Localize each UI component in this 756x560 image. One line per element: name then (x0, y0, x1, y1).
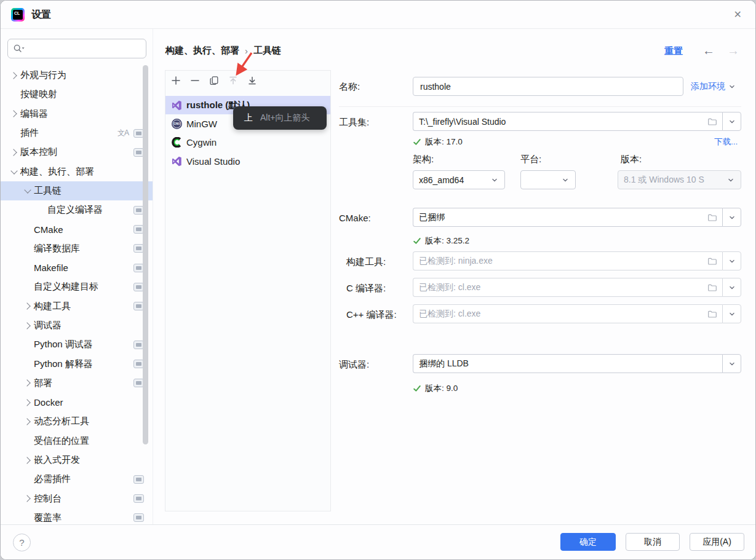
tree-chevron-icon[interactable] (23, 399, 30, 406)
tree-chevron-icon[interactable] (23, 457, 30, 463)
copy-toolchain-button[interactable] (209, 75, 219, 85)
back-arrow-icon[interactable]: ← (702, 44, 715, 58)
build-tool-field[interactable]: 已检测到: ninja.exe (413, 251, 741, 270)
toolset-dropdown-button[interactable] (722, 112, 741, 131)
help-button[interactable]: ? (13, 534, 31, 551)
folder-icon[interactable] (707, 283, 722, 293)
breadcrumb-section[interactable]: 构建、执行、部署 (165, 45, 239, 57)
sidebar-item-label: 控制台 (34, 493, 62, 505)
c-compiler-field[interactable]: 已检测到: cl.exe (413, 278, 741, 297)
ok-button[interactable]: 确定 (560, 533, 616, 551)
cpp-compiler-value[interactable]: 已检测到: cl.exe (413, 304, 722, 323)
sidebar-tree-item[interactable]: CMake (1, 219, 153, 239)
sidebar-tree-item[interactable]: 受信任的位置 (1, 432, 153, 451)
sidebar-tree-item[interactable]: 控制台 (1, 489, 153, 508)
add-environment-link[interactable]: 添加环境 (691, 81, 736, 92)
sidebar-tree-item[interactable]: 构建、执行、部署 (1, 162, 153, 181)
cmake-value[interactable]: 已捆绑 (413, 208, 722, 227)
move-up-button (228, 75, 238, 85)
sidebar-item-badges (133, 475, 153, 484)
c-compiler-value[interactable]: 已检测到: cl.exe (413, 278, 722, 297)
tree-chevron-icon[interactable] (23, 380, 30, 387)
debugger-field[interactable]: 捆绑的 LLDB (413, 354, 741, 373)
remove-toolchain-button[interactable] (189, 75, 200, 85)
sidebar-tree-item[interactable]: 构建工具 (1, 297, 153, 316)
folder-icon[interactable] (707, 117, 722, 127)
sidebar-tree-item[interactable]: 自定义构建目标 (1, 277, 153, 296)
sidebar-item-label: 自定义编译器 (47, 204, 103, 216)
apply-button[interactable]: 应用(A) (690, 533, 744, 551)
tree-chevron-icon[interactable] (24, 186, 31, 193)
toolchain-list-item[interactable]: Visual Studio (165, 152, 330, 170)
folder-icon[interactable] (707, 213, 722, 223)
reset-link[interactable]: 重置 (664, 45, 683, 57)
tree-chevron-icon[interactable] (23, 303, 30, 310)
tree-chevron-icon[interactable] (23, 418, 30, 425)
sidebar-tree-item[interactable]: Python 解释器 (1, 354, 153, 373)
breadcrumb-page: 工具链 (253, 45, 281, 57)
sidebar-tree-item[interactable]: 嵌入式开发 (1, 451, 153, 470)
sidebar-tree-item[interactable]: 外观与行为 (1, 66, 153, 85)
sidebar-tree-item[interactable]: 覆盖率 (1, 508, 153, 525)
sidebar-tree-item[interactable]: Python 调试器 (1, 335, 153, 354)
cmake-dropdown-button[interactable] (722, 208, 741, 227)
toolchain-list-panel: rusthole (默认) MinGW Cygwin Visual Studio (165, 70, 331, 511)
debugger-version-line: 版本: 9.0 (413, 383, 458, 394)
sidebar-tree-item[interactable]: 版本控制 (1, 143, 153, 162)
debugger-dropdown-button[interactable] (722, 354, 741, 373)
search-input[interactable] (28, 43, 146, 54)
sidebar-tree-item[interactable]: Docker (1, 393, 153, 412)
sidebar-tree-item[interactable]: 调试器 (1, 316, 153, 335)
tree-chevron-icon[interactable] (23, 322, 30, 329)
sidebar-tree-item[interactable]: 必需插件 (1, 470, 153, 489)
sidebar-tree-item[interactable]: 编译数据库 (1, 239, 153, 258)
sidebar-tree-item[interactable]: 插件 文A (1, 124, 153, 143)
search-icon (13, 44, 25, 53)
sidebar-tree-item[interactable]: Makefile (1, 258, 153, 277)
name-input[interactable] (419, 81, 683, 92)
toolset-version: 版本: 17.0 (425, 136, 463, 148)
sidebar-tree-item[interactable]: 编辑器 (1, 105, 153, 124)
cpp-compiler-dropdown-button[interactable] (722, 304, 741, 323)
c-compiler-dropdown-button[interactable] (722, 278, 741, 297)
cmake-text: 已捆绑 (419, 212, 445, 223)
tree-chevron-icon[interactable] (10, 72, 17, 79)
sidebar-item-label: 版本控制 (20, 146, 57, 158)
cmake-field[interactable]: 已捆绑 (413, 208, 741, 227)
sidebar-tree-item[interactable]: 按键映射 (1, 85, 153, 104)
toolchain-item-label: Cygwin (186, 137, 217, 148)
build-tool-value[interactable]: 已检测到: ninja.exe (413, 251, 722, 270)
name-field[interactable] (413, 77, 683, 96)
sidebar-tree-item[interactable]: 部署 (1, 374, 153, 393)
sidebar-tree-item[interactable]: 工具链 (1, 181, 153, 200)
tree-chevron-icon[interactable] (23, 495, 30, 502)
toolset-field[interactable]: T:\_firefly\Visual Studio (413, 112, 741, 131)
arch-combo[interactable]: x86_amd64 (413, 170, 505, 189)
tree-chevron-icon[interactable] (10, 167, 17, 174)
sidebar-item-label: 受信任的位置 (34, 435, 89, 447)
folder-icon[interactable] (707, 256, 722, 266)
debugger-value[interactable]: 捆绑的 LLDB (413, 354, 722, 373)
sidebar-tree-item[interactable]: 动态分析工具 (1, 412, 153, 431)
sidebar-item-label: 动态分析工具 (34, 416, 89, 427)
sidebar-item-label: Python 调试器 (34, 339, 93, 350)
platform-combo[interactable] (520, 170, 576, 189)
folder-icon[interactable] (707, 309, 722, 319)
tooltip-shortcut: Alt+向上箭头 (260, 112, 310, 124)
sidebar-tree-item[interactable]: 自定义编译器 (1, 200, 153, 219)
toolset-value[interactable]: T:\_firefly\Visual Studio (413, 112, 722, 131)
debugger-label: 调试器: (339, 359, 369, 371)
download-link[interactable]: 下载... (714, 136, 738, 148)
toolchain-list-item[interactable]: Cygwin (165, 133, 330, 152)
cpp-compiler-field[interactable]: 已检测到: cl.exe (413, 304, 741, 323)
build-tool-dropdown-button[interactable] (722, 251, 741, 270)
sidebar-scrollbar[interactable] (143, 65, 148, 444)
tree-chevron-icon[interactable] (10, 149, 17, 156)
cancel-button[interactable]: 取消 (626, 533, 680, 551)
chevron-down-icon (728, 82, 736, 91)
move-down-button[interactable] (247, 75, 257, 85)
tree-chevron-icon[interactable] (10, 111, 17, 117)
add-toolchain-button[interactable] (170, 75, 181, 85)
close-icon[interactable]: ✕ (734, 9, 742, 20)
settings-search[interactable] (7, 39, 146, 58)
